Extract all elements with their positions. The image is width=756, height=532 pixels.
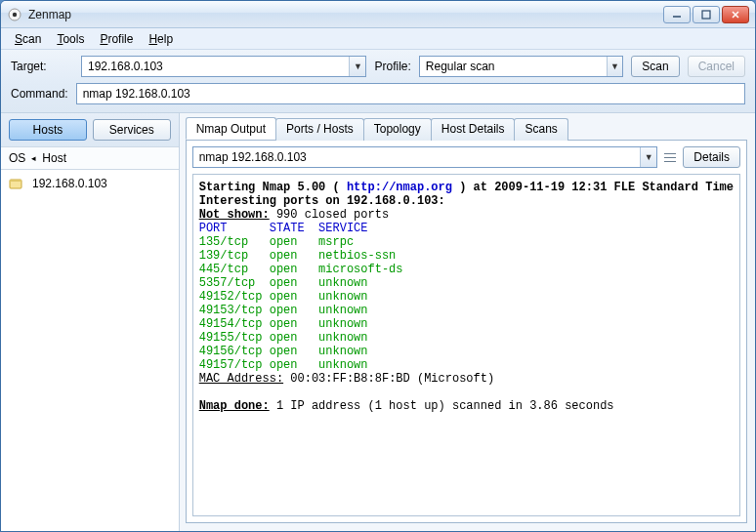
target-label: Target: [11,60,73,73]
minimize-button[interactable] [663,6,691,23]
nmap-output-area[interactable]: Starting Nmap 5.00 ( http://nmap.org ) a… [192,174,740,516]
target-toolbar: Target: ▼ Profile: ▼ Scan Cancel [1,50,755,83]
tab-nmap-output[interactable]: Nmap Output [186,117,276,140]
right-pane: Nmap Output Ports / Hosts Topology Host … [180,113,755,531]
tab-host-details[interactable]: Host Details [431,118,516,141]
menu-scan[interactable]: Scan [9,30,47,48]
output-command-input[interactable] [193,147,640,167]
host-ip: 192.168.0.103 [32,177,107,190]
services-button[interactable]: Services [93,119,171,141]
window-title: Zenmap [28,8,663,21]
output-toolbar: ▼ Details [192,146,740,168]
app-window: Zenmap Scan Tools Profile Help Target: ▼… [0,0,756,532]
menu-help[interactable]: Help [143,30,179,48]
target-dropdown-icon[interactable]: ▼ [349,57,365,76]
tab-scans[interactable]: Scans [514,118,567,141]
target-input[interactable] [82,57,349,76]
tab-topology[interactable]: Topology [363,118,432,141]
host-list-header: OS ◂ Host [1,146,179,170]
output-command-combo[interactable]: ▼ [192,146,658,168]
app-icon [7,7,22,22]
col-host[interactable]: Host [42,151,66,165]
command-label: Command: [11,87,68,101]
workspace: Hosts Services OS ◂ Host 192.168.0.103 N… [1,113,755,531]
details-button[interactable]: Details [683,146,740,168]
col-sort-icon[interactable]: ◂ [31,153,36,163]
os-icon [9,177,22,190]
svg-point-1 [13,12,17,16]
col-os[interactable]: OS [9,151,25,165]
maximize-button[interactable] [693,6,720,23]
window-controls [663,6,749,23]
output-command-dropdown-icon[interactable]: ▼ [640,147,656,167]
menubar: Scan Tools Profile Help [1,28,755,50]
tab-body: ▼ Details Starting Nmap 5.00 ( http://nm… [186,141,747,523]
profile-dropdown-icon[interactable]: ▼ [607,57,623,76]
hosts-button[interactable]: Hosts [9,119,87,141]
left-pane: Hosts Services OS ◂ Host 192.168.0.103 [1,113,180,531]
scan-button[interactable]: Scan [631,56,679,77]
titlebar[interactable]: Zenmap [1,1,755,28]
tab-ports-hosts[interactable]: Ports / Hosts [275,118,364,141]
list-item[interactable]: 192.168.0.103 [1,174,179,193]
host-list: 192.168.0.103 [1,170,179,531]
target-combo[interactable]: ▼ [81,56,366,77]
menu-profile[interactable]: Profile [94,30,139,48]
command-row: Command: [1,83,755,113]
profile-input[interactable] [420,57,607,76]
profile-combo[interactable]: ▼ [419,56,623,77]
filter-icon[interactable] [663,148,677,166]
svg-rect-3 [702,11,710,19]
cancel-button: Cancel [688,56,745,77]
profile-label: Profile: [374,60,410,73]
command-input[interactable] [76,83,745,104]
menu-tools[interactable]: Tools [51,30,90,48]
hosts-services-toggle: Hosts Services [1,113,179,146]
tabs: Nmap Output Ports / Hosts Topology Host … [186,117,747,141]
close-button[interactable] [722,6,749,23]
svg-rect-7 [10,180,21,182]
